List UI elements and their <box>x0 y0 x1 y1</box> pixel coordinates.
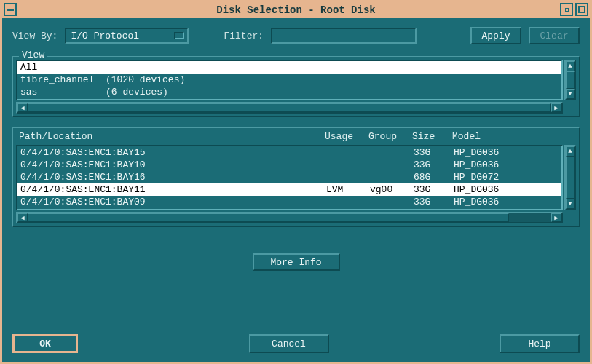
more-info-button[interactable]: More Info <box>253 253 340 271</box>
col-model-header: Model <box>452 131 573 142</box>
filter-toolbar: View By: I/O Protocol Filter: Apply Clea… <box>12 27 580 44</box>
cell-model: HP_DG036 <box>454 159 559 171</box>
ok-button[interactable]: OK <box>12 334 78 353</box>
cell-model: HP_DG036 <box>454 196 559 208</box>
disk-table-group: Path/Location Usage Group Size Model 0/4… <box>12 127 580 227</box>
cell-group <box>370 159 414 171</box>
table-row[interactable]: 0/4/1/0:SAS:ENC1:BAY1533GHP_DG036 <box>17 146 561 159</box>
disk-horizontal-scrollbar[interactable]: ◀ ▶ <box>16 212 563 223</box>
cell-group: vg00 <box>370 183 414 196</box>
cell-path: 0/4/1/0:SAS:ENC1:BAY15 <box>20 146 326 159</box>
view-by-dropdown[interactable]: I/O Protocol <box>65 28 189 44</box>
scroll-left-icon[interactable]: ◀ <box>17 103 28 112</box>
maximize-button[interactable] <box>575 3 588 16</box>
cancel-button[interactable]: Cancel <box>249 334 329 353</box>
cell-group <box>370 196 414 208</box>
view-list-item[interactable]: sas (6 devices) <box>17 86 561 98</box>
col-size-header: Size <box>412 131 452 142</box>
disk-listbox[interactable]: 0/4/1/0:SAS:ENC1:BAY1533GHP_DG0360/4/1/0… <box>16 145 563 210</box>
view-listbox[interactable]: Allfibre_channel (1020 devices)sas (6 de… <box>16 60 563 100</box>
apply-button[interactable]: Apply <box>470 27 521 44</box>
table-header: Path/Location Usage Group Size Model <box>16 131 576 142</box>
col-path-header: Path/Location <box>19 131 325 142</box>
table-row[interactable]: 0/4/1/0:SAS:ENC1:BAY11LVMvg0033GHP_DG036 <box>17 183 561 196</box>
text-caret-icon <box>277 31 277 41</box>
cell-model: HP_DG036 <box>454 183 559 196</box>
scroll-right-icon[interactable]: ▶ <box>551 103 561 112</box>
cell-path: 0/4/1/0:SAS:ENC1:BAY10 <box>20 159 326 171</box>
disk-vertical-scrollbar[interactable]: ▲ ▼ <box>564 145 576 210</box>
view-by-label: View By: <box>12 31 58 41</box>
cell-group <box>370 171 414 183</box>
cell-usage: LVM <box>326 183 370 196</box>
cell-usage <box>326 159 370 171</box>
cell-size: 33G <box>414 183 454 196</box>
window-menu-button[interactable] <box>4 3 17 16</box>
view-by-value: I/O Protocol <box>71 31 139 41</box>
scroll-up-icon[interactable]: ▲ <box>566 61 575 71</box>
col-group-header: Group <box>368 131 412 142</box>
scroll-left-icon[interactable]: ◀ <box>17 213 28 222</box>
view-group-title: View <box>19 50 47 60</box>
table-row[interactable]: 0/4/1/0:SAS:ENC1:BAY1033GHP_DG036 <box>17 159 561 171</box>
cell-path: 0/4/1/0:SAS:ENC1:BAY16 <box>20 171 326 183</box>
scroll-right-icon[interactable]: ▶ <box>551 213 561 222</box>
dialog-footer: OK Cancel Help <box>12 334 580 353</box>
view-list-item[interactable]: fibre_channel (1020 devices) <box>17 74 561 86</box>
view-horizontal-scrollbar[interactable]: ◀ ▶ <box>16 102 563 114</box>
window-title: Disk Selection - Root Disk <box>216 4 375 16</box>
cell-model: HP_DG036 <box>454 146 559 159</box>
view-group: View Allfibre_channel (1020 devices)sas … <box>12 56 580 117</box>
minimize-button[interactable] <box>560 3 573 16</box>
view-vertical-scrollbar[interactable]: ▲ ▼ <box>564 60 576 100</box>
disk-selection-window: Disk Selection - Root Disk View By: I/O … <box>0 0 592 364</box>
cell-usage <box>326 171 370 183</box>
cell-model: HP_DG072 <box>454 171 559 183</box>
scroll-down-icon[interactable]: ▼ <box>566 199 575 209</box>
scroll-up-icon[interactable]: ▲ <box>566 146 575 157</box>
titlebar: Disk Selection - Root Disk <box>2 2 590 18</box>
cell-size: 33G <box>414 159 454 171</box>
view-list-item[interactable]: All <box>17 61 561 74</box>
help-button[interactable]: Help <box>500 334 580 353</box>
filter-label: Filter: <box>224 31 264 41</box>
cell-path: 0/4/1/0:SAS:ENC1:BAY09 <box>20 196 326 208</box>
cell-path: 0/4/1/0:SAS:ENC1:BAY11 <box>20 183 326 196</box>
filter-input[interactable] <box>271 28 417 44</box>
scroll-down-icon[interactable]: ▼ <box>566 89 575 99</box>
table-row[interactable]: 0/4/1/0:SAS:ENC1:BAY0933GHP_DG036 <box>17 196 561 208</box>
cell-size: 68G <box>414 171 454 183</box>
cell-size: 33G <box>414 146 454 159</box>
cell-group <box>370 146 414 159</box>
col-usage-header: Usage <box>325 131 368 142</box>
cell-size: 33G <box>414 196 454 208</box>
cell-usage <box>326 196 370 208</box>
clear-button[interactable]: Clear <box>529 27 580 44</box>
table-row[interactable]: 0/4/1/0:SAS:ENC1:BAY1668GHP_DG072 <box>17 171 561 183</box>
dropdown-indicator-icon <box>174 32 184 39</box>
cell-usage <box>326 146 370 159</box>
